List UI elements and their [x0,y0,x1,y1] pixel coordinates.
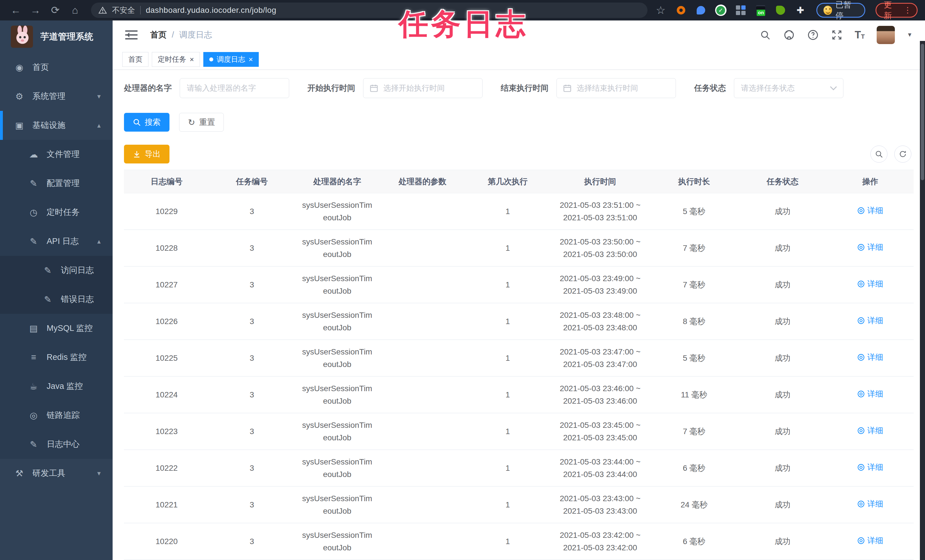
github-icon[interactable] [783,29,795,41]
hamburger-icon[interactable] [125,30,138,40]
sidebar-item-system-management[interactable]: ⚙ 系统管理 ▾ [0,82,113,111]
table-row: 10222 3 sysUserSessionTimeoutJob 1 2021-… [124,450,914,487]
extension-on-badge-icon[interactable]: on [755,5,766,16]
tab-scheduled-tasks[interactable]: 定时任务 × [152,52,200,67]
detail-link[interactable]: 详细 [857,498,883,510]
back-icon[interactable]: ← [8,4,24,16]
close-icon[interactable]: × [190,56,194,63]
detail-link[interactable]: 详细 [857,205,883,217]
sidebar-item-infrastructure[interactable]: ▣ 基础设施 ▴ [0,111,113,140]
task-id-cell: 3 [209,388,295,401]
chevron-up-icon: ▴ [97,237,101,245]
breadcrumb-home[interactable]: 首页 [150,29,167,41]
close-icon[interactable]: × [249,56,253,63]
start-time-input[interactable] [363,78,482,98]
avatar[interactable] [877,26,895,44]
url-bar[interactable]: 不安全 dashboard.yudao.iocoder.cn/job/log [91,3,648,18]
detail-link[interactable]: 详细 [857,534,883,547]
sidebar-item-redis-monitor[interactable]: ≡ Redis 监控 [0,343,113,372]
sidebar-item-trace[interactable]: ◎ 链路追踪 [0,401,113,430]
url-text[interactable]: dashboard.yudao.iocoder.cn/job/log [146,6,276,15]
log-id-cell: 10222 [124,462,209,474]
task-id-cell: 3 [209,352,295,364]
log-id-cell: 10223 [124,425,209,438]
sidebar-item-access-logs[interactable]: ✎ 访问日志 [0,256,113,285]
tab-home[interactable]: 首页 [122,52,148,67]
profile-paused-chip[interactable]: 已暂停 [817,3,866,18]
handler-name-input[interactable] [180,78,289,98]
scrollbar-thumb[interactable] [921,44,924,180]
detail-link[interactable]: 详细 [857,461,883,474]
detail-link[interactable]: 详细 [857,425,883,437]
fullscreen-icon[interactable] [831,29,843,41]
chrome-update-button[interactable]: 更新 ⋮ [875,3,917,18]
task-status-label: 任务状态 [694,83,726,93]
detail-link[interactable]: 详细 [857,241,883,254]
refresh-table-button[interactable] [894,146,911,163]
sidebar-item-home[interactable]: ◉ 首页 [0,53,113,82]
reset-button[interactable]: ↻ 重置 [179,113,224,132]
detail-link[interactable]: 详细 [857,388,883,400]
sidebar-item-api-logs[interactable]: ✎ API 日志 ▴ [0,227,113,256]
status-cell: 成功 [738,242,827,254]
avatar-caret-down-icon[interactable]: ▼ [907,32,913,38]
toggle-search-button[interactable] [871,146,887,163]
browser-menu-icon[interactable]: ⋮ [904,6,911,15]
font-size-icon[interactable]: TT [855,30,865,40]
sidebar-item-log-center[interactable]: ✎ 日志中心 [0,430,113,459]
extensions-puzzle-icon[interactable]: ✚ [795,5,806,16]
forward-icon[interactable]: → [27,4,44,16]
sidebar-item-config-management[interactable]: ✎ 配置管理 [0,169,113,198]
search-button[interactable]: 搜索 [124,113,169,132]
execute-time-cell: 2021-05-03 23:44:00 ~2021-05-03 23:44:00 [550,456,650,481]
extension-green-check-icon[interactable]: ✓ [715,5,726,16]
sidebar-item-scheduled-tasks[interactable]: ◷ 定时任务 [0,198,113,227]
end-time-input[interactable] [556,78,676,98]
task-status-select[interactable] [734,78,844,98]
handler-name-cell: sysUserSessionTimeoutJob [295,456,380,481]
extension-orange-icon[interactable] [675,5,687,16]
eye-icon [857,463,865,471]
sidebar-item-error-logs[interactable]: ✎ 错误日志 [0,285,113,314]
status-cell: 成功 [738,205,827,218]
tab-schedule-log[interactable]: 调度日志 × [203,52,259,67]
gear-icon: ⚙ [12,91,26,102]
breadcrumb-current: 调度日志 [179,29,212,41]
sidebar-item-mysql-monitor[interactable]: ▤ MySQL 监控 [0,314,113,343]
refresh-icon [899,150,907,158]
extension-blue-icon[interactable] [695,5,707,16]
duration-cell: 7 毫秒 [650,242,738,254]
eye-icon [857,427,865,435]
log-id-cell: 10229 [124,205,209,218]
log-center-icon: ✎ [27,439,41,450]
task-id-cell: 3 [209,278,295,291]
detail-link[interactable]: 详细 [857,315,883,327]
sidebar-item-dev-tools[interactable]: ⚒ 研发工具 ▾ [0,459,113,488]
status-cell: 成功 [738,535,827,548]
sidebar-item-file-management[interactable]: ☁ 文件管理 [0,140,113,169]
home-icon[interactable]: ⌂ [66,4,83,16]
calendar-icon [369,84,378,93]
export-button[interactable]: 导出 [124,145,169,163]
detail-link[interactable]: 详细 [857,278,883,290]
cloud-upload-icon: ☁ [27,149,41,160]
sidebar-item-java-monitor[interactable]: ☕ Java 监控 [0,372,113,401]
extension-grid-icon[interactable] [735,5,746,16]
log-id-cell: 10228 [124,242,209,254]
detail-link[interactable]: 详细 [857,351,883,364]
task-id-cell: 3 [209,205,295,218]
not-secure-label[interactable]: 不安全 [112,5,135,15]
log-id-cell: 10225 [124,352,209,364]
end-time-label: 结束执行时间 [501,83,548,93]
task-id-cell: 3 [209,462,295,474]
bookmark-star-icon[interactable]: ☆ [656,4,666,17]
page-scrollbar[interactable] [920,41,925,560]
extension-leaf-icon[interactable] [775,5,786,16]
eye-icon: ◎ [27,410,41,421]
table-row: 10229 3 sysUserSessionTimeoutJob 1 2021-… [124,193,914,230]
help-icon[interactable] [807,29,819,41]
reload-icon[interactable]: ⟳ [47,4,64,16]
handler-name-cell: sysUserSessionTimeoutJob [295,529,380,554]
header-search-icon[interactable] [759,29,771,41]
sidebar-logo-row[interactable]: 芋道管理系统 [0,21,113,53]
